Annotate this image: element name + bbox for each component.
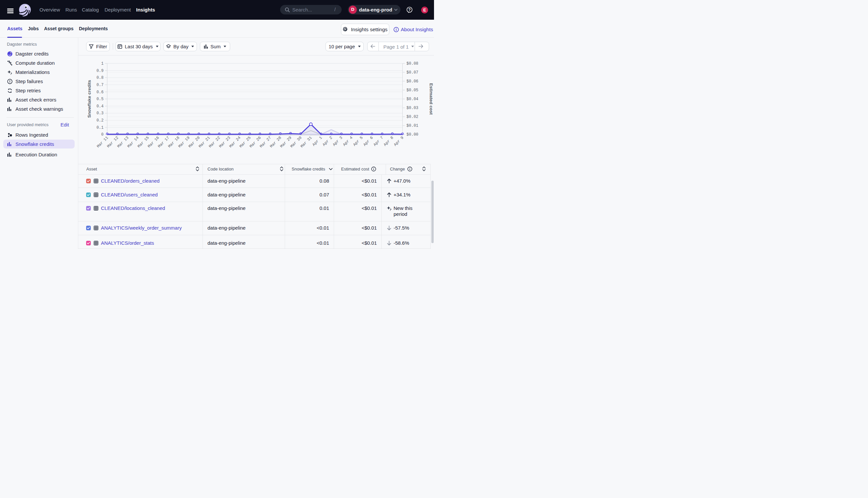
svg-text:$0.08: $0.08 <box>406 62 418 66</box>
svg-text:Apr 5: Apr 5 <box>352 135 363 147</box>
svg-text:0.9: 0.9 <box>96 69 104 73</box>
svg-text:Apr 1: Apr 1 <box>311 135 323 147</box>
svg-text:Apr 2: Apr 2 <box>321 135 333 147</box>
svg-text:0.2: 0.2 <box>96 118 104 123</box>
svg-text:0.6: 0.6 <box>96 90 104 95</box>
svg-text:$0.01: $0.01 <box>406 123 418 128</box>
svg-text:$0.03: $0.03 <box>406 106 418 110</box>
svg-text:$0.00: $0.00 <box>406 132 418 137</box>
svg-text:0.8: 0.8 <box>96 76 104 80</box>
svg-text:Apr 8: Apr 8 <box>383 135 394 147</box>
svg-text:Apr 6: Apr 6 <box>362 135 374 147</box>
svg-text:0.3: 0.3 <box>96 111 104 116</box>
svg-text:$0.06: $0.06 <box>406 79 418 84</box>
svg-text:0: 0 <box>101 132 104 137</box>
svg-text:Apr 9: Apr 9 <box>393 135 405 147</box>
svg-text:Snowflake credits: Snowflake credits <box>87 80 92 118</box>
svg-text:Mar 31: Mar 31 <box>299 135 313 148</box>
svg-text:Apr 7: Apr 7 <box>372 135 384 147</box>
svg-text:Apr 4: Apr 4 <box>342 135 354 147</box>
svg-text:0.1: 0.1 <box>96 126 104 130</box>
svg-text:$0.04: $0.04 <box>406 97 418 102</box>
svg-text:0.7: 0.7 <box>96 83 104 87</box>
svg-text:0.5: 0.5 <box>96 97 104 102</box>
svg-text:$0.02: $0.02 <box>406 115 418 119</box>
svg-text:0.4: 0.4 <box>96 104 104 109</box>
svg-text:$0.05: $0.05 <box>406 88 418 93</box>
svg-text:?: ? <box>408 8 411 12</box>
svg-text:Apr 3: Apr 3 <box>332 135 343 147</box>
svg-text:Estimated cost: Estimated cost <box>429 83 434 115</box>
svg-text:$0.07: $0.07 <box>406 70 418 75</box>
svg-text:1: 1 <box>101 62 104 66</box>
